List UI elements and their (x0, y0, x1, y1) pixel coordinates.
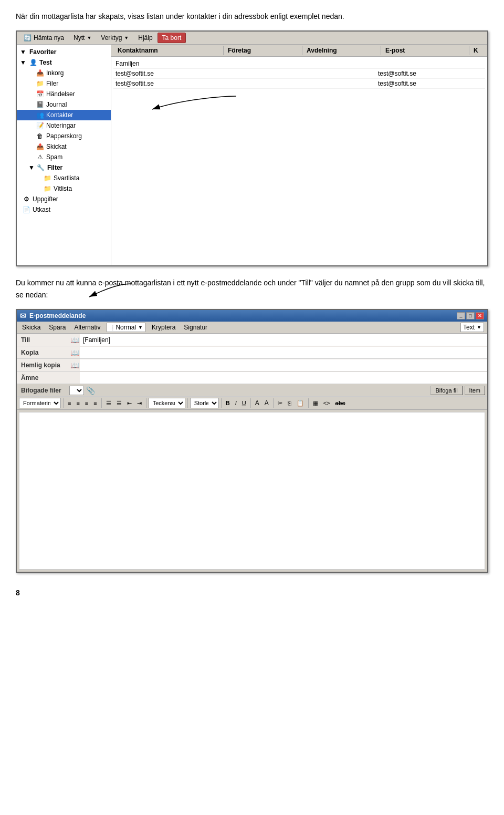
col-k[interactable]: K (469, 46, 485, 55)
table-row[interactable]: Familjen (113, 59, 485, 69)
hemlig-address-book-icon[interactable]: 📖 (69, 360, 80, 370)
sidebar-item-kontakter[interactable]: 👥 Kontakter (17, 110, 111, 120)
sidebar-item-papperskorg[interactable]: 🗑 Papperskorg (17, 131, 111, 141)
compose-form: Till 📖 Kopia 📖 Hemlig kopia 📖 Ämne Bifog… (17, 334, 487, 397)
fmt-sep2 (101, 398, 102, 408)
insert-html-button[interactable]: <> (321, 398, 332, 408)
minimize-button[interactable]: _ (457, 312, 465, 319)
sidebar-item-uppgifter[interactable]: ⚙ Uppgifter (17, 194, 111, 204)
sidebar-item-journal[interactable]: 📓 Journal (17, 99, 111, 110)
sidebar-item-filer[interactable]: 📁 Filer (17, 78, 111, 89)
indent-decrease-button[interactable]: ⇤ (125, 398, 134, 408)
svartlista-icon: 📁 (43, 174, 51, 182)
fmt-sep6 (250, 398, 251, 408)
kopia-row: Kopia 📖 (17, 346, 487, 359)
col-kontaktnamn[interactable]: Kontaktnamn (113, 46, 224, 55)
sidebar-item-test[interactable]: ▼ 👤 Test (17, 57, 111, 68)
copy-button[interactable]: ⎘ (286, 398, 293, 408)
page-number: 8 (16, 589, 488, 597)
sidebar-item-noteringar[interactable]: 📝 Noteringar (17, 120, 111, 131)
filter-label: Filter (47, 164, 62, 171)
maximize-button[interactable]: □ (466, 312, 475, 319)
arrow-annotation (142, 91, 247, 122)
table-row[interactable]: test@softit.se test@softit.se (113, 69, 485, 79)
insert-table-button[interactable]: ▦ (311, 398, 320, 408)
bold-button[interactable]: B (224, 398, 232, 408)
menu-ta-bort[interactable]: Ta bort (158, 33, 186, 43)
unordered-list-button[interactable]: ☰ (104, 398, 113, 408)
sidebar-item-filter[interactable]: ▼ 🔧 Filter (17, 162, 111, 173)
col-epost[interactable]: E-post (381, 46, 469, 55)
compose-menu-alternativ[interactable]: Alternativ (72, 323, 102, 332)
compose-title-left: ✉ E-postmeddelande (20, 312, 86, 320)
menu-verktyg-label: Verktyg (101, 34, 122, 42)
align-right-button[interactable]: ≡ (83, 398, 90, 408)
priority-icon: ❕ (109, 325, 116, 331)
italic-button[interactable]: I (233, 398, 239, 408)
message-body-editor[interactable] (19, 412, 485, 565)
sidebar-item-utkast[interactable]: 📄 Utkast (17, 204, 111, 215)
fmt-sep7 (273, 398, 274, 408)
till-row: Till 📖 (17, 334, 487, 346)
fmt-sep3 (146, 398, 146, 408)
close-button[interactable]: ✕ (476, 312, 484, 319)
align-center-button[interactable]: ≡ (74, 398, 81, 408)
text-dropdown[interactable]: Text ▼ (460, 323, 484, 332)
sidebar-item-skickat[interactable]: 📤 Skickat (17, 141, 111, 152)
attachments-dropdown[interactable] (69, 386, 84, 395)
indent-increase-button[interactable]: ⇥ (135, 398, 144, 408)
menu-hjalp-label: Hjälp (138, 34, 152, 42)
sidebar-item-spam[interactable]: ⚠ Spam (17, 152, 111, 162)
compose-menu-kryptera[interactable]: Kryptera (150, 323, 177, 332)
col-foretag[interactable]: Företag (224, 46, 302, 55)
sidebar-item-inkorg[interactable]: 📥 Inkorg (17, 68, 111, 78)
sidebar-item-handelser[interactable]: 📅 Händelser (17, 89, 111, 99)
text-color-button[interactable]: A (253, 398, 261, 408)
kopia-address-book-icon[interactable]: 📖 (69, 347, 80, 358)
paste-button[interactable]: 📋 (295, 398, 306, 408)
underline-button[interactable]: U (240, 398, 248, 408)
compose-body[interactable] (19, 412, 485, 570)
ordered-list-button[interactable]: ☰ (114, 398, 124, 408)
vitlista-label: Vitlista (54, 185, 72, 192)
handelser-label: Händelser (46, 90, 75, 98)
test-expand-icon: ▼ (19, 58, 27, 67)
sidebar-item-vitlista[interactable]: 📁 Vitlista (17, 183, 111, 194)
sidebar-item-svartlista[interactable]: 📁 Svartlista (17, 173, 111, 183)
hemlig-input[interactable] (80, 359, 487, 371)
text-arrow: ▼ (477, 325, 481, 330)
highlight-color-button[interactable]: A (262, 398, 271, 408)
format-toolbar: Formatering ≡ ≡ ≡ ≡ ☰ ☰ ⇤ ⇥ Teckensn Sto… (17, 397, 487, 410)
bifoga-fil-button[interactable]: Bifoga fil (430, 386, 462, 395)
menu-nytt[interactable]: Nytt ▼ (69, 33, 96, 43)
item-button[interactable]: Item (465, 386, 485, 395)
col-avdelning[interactable]: Avdelning (302, 46, 381, 55)
menu-ta-bort-label: Ta bort (162, 34, 182, 42)
amne-input[interactable] (80, 372, 487, 384)
menu-verktyg[interactable]: Verktyg ▼ (96, 33, 133, 43)
compose-app-window: ✉ E-postmeddelande _ □ ✕ Skicka Spara Al… (16, 309, 488, 573)
hemlig-kopia-row: Hemlig kopia 📖 (17, 359, 487, 372)
hemlig-label: Hemlig kopia (17, 360, 69, 370)
compose-menu-spara[interactable]: Spara (47, 323, 68, 332)
amne-label: Ämne (17, 373, 69, 383)
table-row[interactable]: test@softit.se test@softit.se (113, 79, 485, 89)
align-justify-button[interactable]: ≡ (91, 398, 99, 408)
compose-normal-dropdown[interactable]: ❕ Normal ▼ (107, 323, 145, 332)
cut-button[interactable]: ✂ (276, 398, 285, 408)
menu-hjalp[interactable]: Hjälp (133, 33, 157, 43)
compose-menu-signatur[interactable]: Signatur (182, 323, 209, 332)
till-input[interactable] (80, 334, 487, 346)
formatting-dropdown[interactable]: Formatering (19, 398, 61, 408)
text-label: Text (463, 324, 475, 331)
font-family-dropdown[interactable]: Teckensn (149, 398, 185, 408)
sidebar-item-favoriter[interactable]: ▼ Favoriter (17, 47, 111, 57)
papperskorg-label: Papperskorg (46, 132, 82, 140)
align-left-button[interactable]: ≡ (66, 398, 73, 408)
compose-menu-skicka[interactable]: Skicka (20, 323, 43, 332)
till-address-book-icon[interactable]: 📖 (69, 335, 80, 345)
kopia-input[interactable] (80, 347, 487, 358)
menu-hamta-nya[interactable]: 🔄 Hämta nya (19, 33, 69, 43)
font-size-dropdown[interactable]: Storlek (190, 398, 219, 408)
spellcheck-button[interactable]: abc (333, 398, 348, 408)
